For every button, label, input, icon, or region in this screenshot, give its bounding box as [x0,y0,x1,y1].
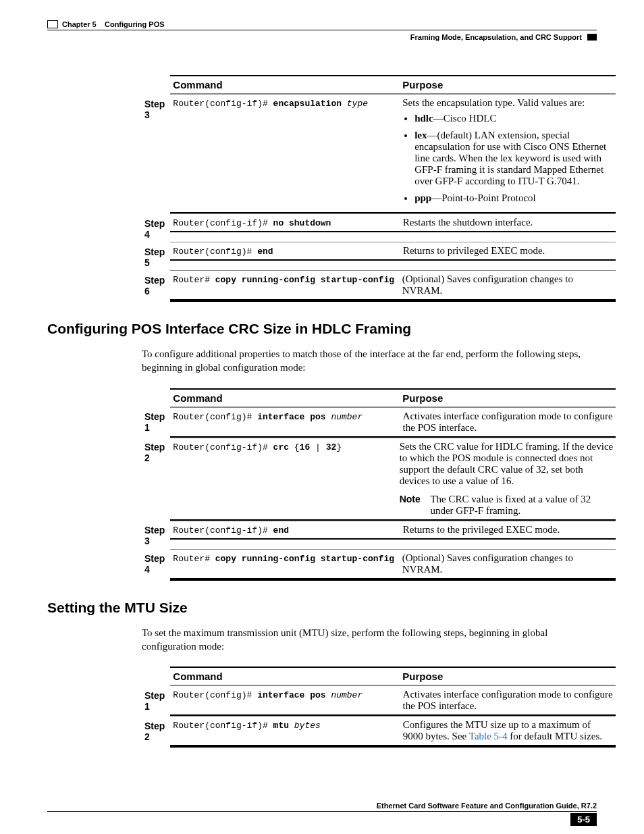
mtu-table: Command Purpose Step 1 Router(config)# i… [142,667,597,748]
footer-title: Ethernet Card Software Feature and Confi… [377,802,597,810]
note-block: Note The CRC value is fixed at a value o… [400,494,614,517]
table-row: Step 2 Router(config-if)# crc {16 | 32} … [142,438,616,521]
chapter-label: Chapter 5 Configuring POS [62,20,165,28]
col-header-purpose: Purpose [400,389,616,407]
page-footer: Ethernet Card Software Feature and Confi… [47,802,597,812]
table-row: Step 1 Router(config)# interface pos num… [142,686,616,716]
table-row: Step 6 Router# copy running-config start… [142,271,616,302]
header-end-marker [587,34,597,41]
step-label: Step 2 [142,438,170,521]
step-label: Step 6 [142,271,170,302]
col-header-command: Command [170,76,400,94]
col-header-purpose: Purpose [400,76,616,94]
crc-table: Command Purpose Step 1 Router(config)# i… [142,388,597,581]
section-intro: To set the maximum transmission unit (MT… [142,626,597,654]
step-label: Step 1 [142,407,170,438]
step-label: Step 4 [142,214,170,242]
col-header-purpose: Purpose [400,667,616,685]
header-section-title: Framing Mode, Encapsulation, and CRC Sup… [410,33,582,41]
page-number-badge: 5-5 [570,813,597,826]
table-row: Step 3 Router(config-if)# end Returns to… [142,521,616,549]
section-intro: To configure additional properties to ma… [142,347,597,375]
header-left-marker [47,20,58,28]
step-label: Step 2 [142,716,170,748]
table-row: Step 4 Router# copy running-config start… [142,549,616,580]
step-label: Step 5 [142,242,170,271]
encapsulation-options: hdlc—Cisco HDLC lex—(default) LAN extens… [402,113,613,204]
encapsulation-table: Command Purpose Step 3 Router(config-if)… [142,75,597,302]
table-link[interactable]: Table 5-4 [469,731,508,741]
step-label: Step 1 [142,686,170,716]
col-header-command: Command [170,667,400,685]
col-header-command: Command [170,389,400,407]
section-heading-crc: Configuring POS Interface CRC Size in HD… [47,321,597,337]
page-header: Chapter 5 Configuring POS Framing Mode, … [47,20,597,41]
section-heading-mtu: Setting the MTU Size [47,600,597,616]
table-row: Step 1 Router(config)# interface pos num… [142,407,616,438]
table-row: Step 2 Router(config-if)# mtu bytes Conf… [142,716,616,748]
step-label: Step 3 [142,95,170,214]
table-row: Step 4 Router(config-if)# no shutdown Re… [142,214,616,242]
step-label: Step 4 [142,549,170,580]
step-label: Step 3 [142,521,170,549]
table-row: Step 5 Router(config)# end Returns to pr… [142,242,616,271]
table-row: Step 3 Router(config-if)# encapsulation … [142,95,616,214]
